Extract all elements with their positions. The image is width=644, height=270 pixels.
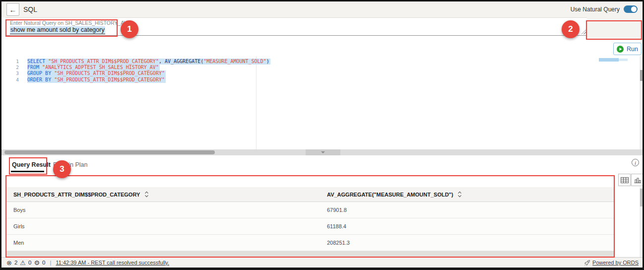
table-grid-icon: [621, 177, 629, 183]
header-bar: ← SQL Use Natural Query: [1, 1, 643, 17]
rocket-icon: [584, 260, 590, 266]
result-table-body: Boys67901.8Girls61188.4Men208251.3: [6, 202, 614, 251]
scrollbar-thumb[interactable]: [640, 189, 644, 206]
table-cell: 61188.4: [327, 223, 614, 229]
process-count: 0: [42, 260, 45, 266]
result-table-header: SH_PRODUCTS_ATTR_DIM$$PROD_CATEGORY AV_A…: [6, 187, 614, 202]
grid-horizontal-scrollbar[interactable]: [6, 251, 614, 257]
error-count: 2: [14, 260, 17, 266]
status-bar: ⊗ 2 ⚠ 0 ⚙ 0 | 11:42:39 AM - REST call re…: [1, 257, 643, 268]
scrollbar-thumb[interactable]: [4, 150, 215, 154]
sort-icon[interactable]: [457, 191, 462, 198]
use-natural-query-label: Use Natural Query: [571, 6, 620, 13]
sql-code[interactable]: 1SELECT "SH_PRODUCTS_ATTR_DIM$$PROD_CATE…: [5, 59, 640, 83]
code-line[interactable]: 1SELECT "SH_PRODUCTS_ATTR_DIM$$PROD_CATE…: [5, 59, 640, 65]
selection-overview-strip: [619, 59, 628, 61]
page-title: SQL: [23, 5, 37, 13]
natural-query-value[interactable]: show me amount sold by category: [10, 26, 105, 34]
editor-vertical-scrollbar[interactable]: [640, 56, 644, 150]
table-row[interactable]: Men208251.3: [6, 235, 614, 251]
warning-triangle-icon[interactable]: ⚠: [20, 260, 26, 266]
run-button[interactable]: Run: [613, 43, 642, 55]
column-header-category[interactable]: SH_PRODUCTS_ATTR_DIM$$PROD_CATEGORY: [13, 191, 327, 198]
use-natural-query-toggle[interactable]: [624, 5, 638, 13]
result-tabbar: Query Result Explain Plan: [1, 155, 643, 175]
powered-by-ords-link[interactable]: Powered by ORDS: [592, 260, 639, 266]
status-message-link[interactable]: 11:42:39 AM - REST call resolved success…: [56, 260, 169, 266]
splitter-collapse-handle[interactable]: [306, 149, 340, 155]
editor-horizontal-scrollbar[interactable]: [1, 149, 643, 155]
table-cell: Boys: [13, 207, 327, 213]
selected-code-text: FROM "ANALYTICS_ADPTEST_SH_SALES_HISTORY…: [27, 65, 160, 70]
line-number: 1: [5, 59, 27, 65]
code-line[interactable]: 3GROUP BY "SH_PRODUCTS_ATTR_DIM$$PROD_CA…: [5, 70, 640, 76]
play-circle-green-icon: [617, 46, 624, 53]
selection-overview-strip: [599, 58, 619, 62]
table-cell: Girls: [13, 223, 327, 229]
column-header-amount-sold[interactable]: AV_AGGREGATE("MEASURE_AMOUNT_SOLD"): [327, 191, 614, 198]
resize-handle-icon[interactable]: [581, 30, 586, 34]
chart-view-button[interactable]: [631, 174, 644, 186]
sql-worksheet-window: ← SQL Use Natural Query Enter Natural Qu…: [0, 0, 644, 270]
run-label: Run: [627, 46, 638, 53]
tab-explain-plan[interactable]: Explain Plan: [53, 161, 88, 168]
natural-query-textarea[interactable]: Enter Natural Query on SH_SALES_HISTORY_…: [5, 17, 587, 36]
gear-icon[interactable]: ⚙: [34, 260, 40, 266]
chevron-down-icon: [321, 151, 325, 153]
warning-count: 0: [28, 260, 31, 266]
selected-code-text: GROUP BY "SH_PRODUCTS_ATTR_DIM$$PROD_CAT…: [27, 70, 166, 76]
code-line[interactable]: 2FROM "ANALYTICS_ADPTEST_SH_SALES_HISTOR…: [5, 65, 640, 70]
table-cell: Men: [13, 240, 327, 246]
sql-code-editor[interactable]: 1SELECT "SH_PRODUCTS_ATTR_DIM$$PROD_CATE…: [5, 56, 640, 150]
arrow-left-icon: ←: [9, 5, 17, 14]
line-number: 3: [5, 70, 27, 76]
sort-icon[interactable]: [144, 191, 149, 198]
tab-query-result[interactable]: Query Result: [12, 161, 51, 168]
scrollbar-thumb[interactable]: [640, 70, 644, 81]
table-row[interactable]: Girls61188.4: [6, 218, 614, 235]
line-number: 4: [5, 77, 27, 83]
error-circle-icon[interactable]: ⊗: [6, 260, 12, 266]
generate-query-area: Generate Query: [587, 17, 643, 40]
status-separator: |: [50, 260, 51, 266]
selected-code-text: ORDER BY "SH_PRODUCTS_ATTR_DIM$$PROD_CAT…: [27, 77, 166, 83]
table-row[interactable]: Boys67901.8: [6, 202, 614, 218]
table-cell: 208251.3: [327, 240, 614, 246]
back-button[interactable]: ←: [6, 3, 19, 16]
selected-code-text: SELECT "SH_PRODUCTS_ATTR_DIM$$PROD_CATEG…: [27, 59, 270, 65]
code-line[interactable]: 4ORDER BY "SH_PRODUCTS_ATTR_DIM$$PROD_CA…: [5, 77, 640, 83]
natural-query-placeholder: Enter Natural Query on SH_SALES_HISTORY_…: [10, 20, 127, 26]
table-cell: 67901.8: [327, 207, 614, 213]
line-number: 2: [5, 65, 27, 70]
bar-chart-icon: [634, 177, 641, 183]
info-icon[interactable]: i: [632, 159, 639, 166]
toggle-knob-icon: [631, 6, 637, 12]
table-view-button[interactable]: [618, 174, 631, 186]
grid-vertical-scrollbar[interactable]: [640, 187, 644, 257]
active-tab-underline: [11, 171, 44, 172]
